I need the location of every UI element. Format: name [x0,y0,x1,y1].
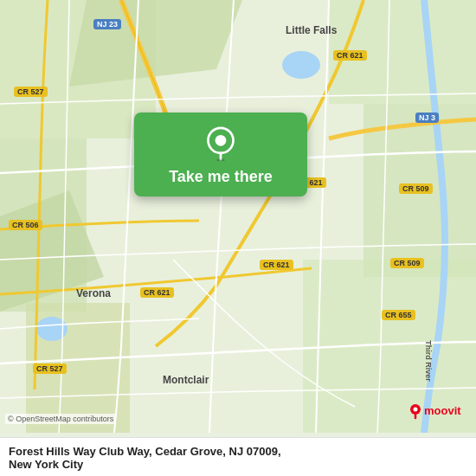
moovit-logo: moovit [408,401,469,428]
town-label-montclair: Montclair [163,374,209,386]
map-container: NJ 23 NJ 3 CR 621 CR 621 CR 621 CR 621 C… [0,0,476,476]
map-attribution: © OpenStreetMap contributors [5,414,116,424]
svg-point-12 [215,135,227,146]
road-label-cr509-2: CR 509 [390,258,424,268]
address-line: Forest Hills Way Club Way, Cedar Grove, … [9,445,467,471]
road-label-cr621-4: CR 621 [140,287,174,298]
attribution-text: © OpenStreetMap contributors [8,415,113,423]
location-pin-icon [203,126,238,161]
road-label-cr621-1: CR 621 [333,50,367,61]
popup-card: Take me there [134,113,307,196]
town-label-little-falls: Little Falls [286,24,337,36]
road-label-nj3: NJ 3 [415,113,439,123]
road-label-cr527-1: CR 527 [14,87,48,97]
bottom-bar: Forest Hills Way Club Way, Cedar Grove, … [0,437,476,476]
take-me-there-button[interactable]: Take me there [169,168,273,186]
map-svg [0,0,476,433]
address-text: Forest Hills Way Club Way, Cedar Grove, … [9,445,281,458]
city-text: New York City [9,458,83,471]
svg-point-9 [282,51,320,79]
road-label-cr621-3: CR 621 [260,260,293,270]
moovit-logo-svg: moovit [408,401,469,425]
road-label-cr506: CR 506 [9,220,42,230]
road-label-nj23: NJ 23 [93,19,121,29]
road-label-cr655: CR 655 [382,310,415,320]
town-label-third-river: Third River [424,340,433,382]
road-label-cr527-2: CR 527 [33,363,67,374]
road-label-cr509-1: CR 509 [399,183,433,194]
svg-text:moovit: moovit [424,404,461,417]
svg-point-13 [216,158,224,161]
town-label-verona: Verona [76,287,111,299]
svg-point-15 [414,408,418,412]
